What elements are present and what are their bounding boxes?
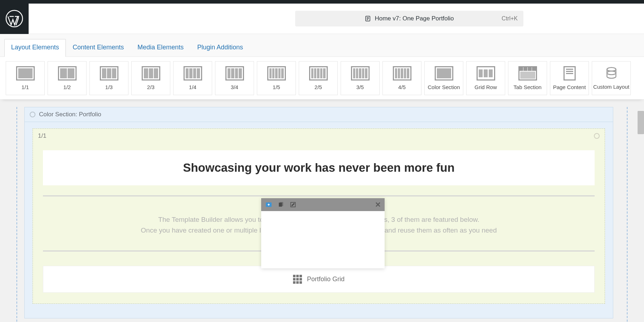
layout-element-3-4[interactable]: 3/4 xyxy=(215,61,254,95)
separator-element[interactable] xyxy=(43,195,595,196)
cell-toggle-icon xyxy=(594,133,600,139)
svg-point-6 xyxy=(607,71,616,74)
layout-element-1-4[interactable]: 1/4 xyxy=(173,61,212,95)
custom-layout-icon xyxy=(606,67,617,80)
heading-text: Showcasing your work has never been more… xyxy=(50,161,587,175)
grid-row-icon xyxy=(477,66,495,80)
heading-element[interactable]: Showcasing your work has never been more… xyxy=(43,150,595,185)
column-fraction-icon xyxy=(142,66,160,80)
layout-element-color-section[interactable]: Color Section xyxy=(424,61,463,95)
element-hover-popover: ✕ xyxy=(261,198,385,268)
element-label: 2/3 xyxy=(147,84,155,91)
element-label: Page Content xyxy=(553,84,586,91)
popover-body xyxy=(261,211,385,268)
popover-toolbar: ✕ xyxy=(261,198,385,211)
tab-section-icon xyxy=(518,66,537,80)
element-label: 1/4 xyxy=(189,84,196,91)
column-fraction-icon xyxy=(351,66,370,80)
layout-element-2-3[interactable]: 2/3 xyxy=(131,61,170,95)
cell-header[interactable]: 1/1 xyxy=(33,129,605,143)
layout-element-grid-row[interactable]: Grid Row xyxy=(466,61,505,95)
section-title: Color Section: Portfolio xyxy=(39,111,101,118)
grid-icon xyxy=(293,275,302,284)
element-label: 1/2 xyxy=(63,84,71,91)
tab-layout-elements[interactable]: Layout Elements xyxy=(4,39,66,57)
layout-element-custom-layout[interactable]: Custom Layout xyxy=(592,61,631,95)
column-fraction-icon xyxy=(58,66,77,80)
element-label: Grid Row xyxy=(474,84,497,91)
clone-element-button[interactable] xyxy=(277,201,285,209)
add-element-button[interactable] xyxy=(265,201,273,209)
element-label: Custom Layout xyxy=(593,84,629,90)
wordpress-icon xyxy=(5,10,23,28)
scrollbar-thumb[interactable] xyxy=(638,111,644,134)
svg-rect-9 xyxy=(280,202,283,206)
element-label: 1/3 xyxy=(105,84,113,91)
tab-plugin-additions[interactable]: Plugin Additions xyxy=(190,39,250,57)
tab-media-elements[interactable]: Media Elements xyxy=(131,39,190,57)
element-panel: Layout Elements Content Elements Media E… xyxy=(0,34,644,100)
column-fraction-icon xyxy=(16,66,35,80)
page-switcher[interactable]: Home v7: One Page Portfolio Ctrl+K xyxy=(295,11,523,26)
color-section-icon xyxy=(435,66,453,80)
portfolio-grid-element[interactable]: Portfolio Grid xyxy=(43,266,595,293)
column-fraction-icon xyxy=(184,66,202,80)
column-fraction-icon xyxy=(309,66,328,80)
column-fraction-icon xyxy=(393,66,411,80)
layout-element-4-5[interactable]: 4/5 xyxy=(382,61,421,95)
layout-element-1-2[interactable]: 1/2 xyxy=(48,61,87,95)
layout-element-2-5[interactable]: 2/5 xyxy=(299,61,338,95)
cell-label: 1/1 xyxy=(38,132,47,140)
section-toggle-icon xyxy=(30,112,35,117)
edit-element-button[interactable] xyxy=(289,201,297,209)
element-label: 3/5 xyxy=(356,84,364,91)
element-label: 4/5 xyxy=(398,84,406,91)
element-label: 1/1 xyxy=(21,84,29,91)
app-header: Home v7: One Page Portfolio Ctrl+K xyxy=(0,4,644,34)
shortcut-hint: Ctrl+K xyxy=(502,15,518,22)
element-label: Tab Section xyxy=(513,84,541,91)
element-label: 3/4 xyxy=(231,84,238,91)
svg-point-5 xyxy=(607,67,616,71)
delete-element-button[interactable]: ✕ xyxy=(375,200,381,209)
element-label: 2/5 xyxy=(314,84,322,91)
column-fraction-icon xyxy=(100,66,118,80)
wordpress-logo[interactable] xyxy=(0,4,29,34)
element-label: Color Section xyxy=(428,84,460,91)
portfolio-grid-label: Portfolio Grid xyxy=(307,275,345,283)
tab-content-elements[interactable]: Content Elements xyxy=(66,39,131,57)
column-fraction-icon xyxy=(225,66,244,80)
admin-bar-strip xyxy=(0,0,644,4)
layout-element-1-1[interactable]: 1/1 xyxy=(6,61,45,95)
layout-element-page-content[interactable]: Page Content xyxy=(550,61,589,95)
page-title: Home v7: One Page Portfolio xyxy=(375,15,454,22)
layout-element-1-5[interactable]: 1/5 xyxy=(257,61,296,95)
layout-element-list: 1/11/21/32/31/43/41/52/53/54/5Color Sect… xyxy=(0,57,644,99)
document-icon xyxy=(365,15,371,22)
section-header[interactable]: Color Section: Portfolio xyxy=(25,107,613,122)
layout-element-tab-section[interactable]: Tab Section xyxy=(508,61,547,95)
page-content-icon xyxy=(564,66,576,80)
element-label: 1/5 xyxy=(273,84,280,91)
column-fraction-icon xyxy=(267,66,286,80)
layout-element-3-5[interactable]: 3/5 xyxy=(341,61,380,95)
element-tabs: Layout Elements Content Elements Media E… xyxy=(0,34,644,57)
layout-element-1-3[interactable]: 1/3 xyxy=(89,61,128,95)
